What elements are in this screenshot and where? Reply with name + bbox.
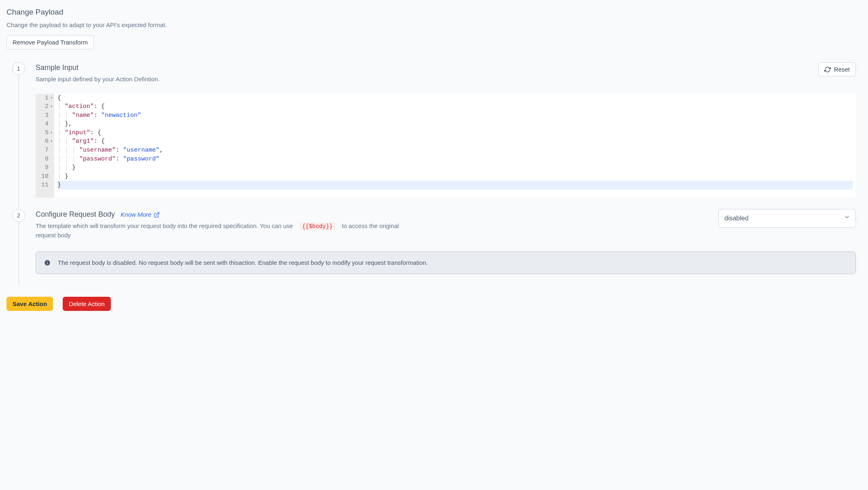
remove-payload-transform-button[interactable]: Remove Payload Transform [6, 35, 94, 49]
sample-input-editor[interactable]: 1▾ 2▾ 3▾ 4▾ 5▾ 6▾ 7▾ 8▾ 9▾ 10▾ 11▾ { │ "… [36, 94, 856, 198]
svg-rect-2 [47, 262, 47, 264]
change-payload-section: Change Payload Change the payload to ada… [6, 6, 856, 49]
footer-actions: Save Action Delete Action [6, 297, 856, 311]
step-number-badge: 2 [12, 209, 25, 222]
svg-line-0 [156, 213, 159, 215]
configure-body-title: Configure Request Body [36, 210, 115, 218]
know-more-label: Know More [121, 210, 151, 220]
svg-rect-3 [47, 261, 47, 262]
info-icon [44, 260, 51, 266]
save-action-button[interactable]: Save Action [6, 297, 53, 311]
step-configure-request-body: 2 Configure Request Body Know More The t… [6, 209, 856, 285]
step-connector-line [19, 222, 19, 285]
configure-body-subtitle: The template which will transform your r… [36, 222, 400, 240]
editor-gutter: 1▾ 2▾ 3▾ 4▾ 5▾ 6▾ 7▾ 8▾ 9▾ 10▾ 11▾ [36, 94, 54, 198]
refresh-icon [824, 66, 831, 73]
editor-code[interactable]: { │ "action": { │ │ "name": "newaction" … [54, 94, 856, 198]
know-more-link[interactable]: Know More [121, 210, 160, 220]
external-link-icon [154, 212, 160, 218]
request-body-mode-select[interactable]: disabled [718, 209, 856, 228]
page-title: Change Payload [6, 6, 856, 18]
sample-input-title: Sample Input [36, 62, 818, 73]
request-body-disabled-notice: The request body is disabled. No request… [36, 251, 856, 275]
sample-input-subtitle: Sample input defined by your Action Defi… [36, 75, 400, 84]
reset-button-label: Reset [834, 66, 850, 73]
reset-button[interactable]: Reset [818, 62, 856, 76]
step-sample-input: 1 Sample Input Sample input defined by y… [6, 62, 856, 209]
delete-action-button[interactable]: Delete Action [63, 297, 110, 311]
step-connector-line [19, 75, 19, 209]
page-subtitle: Change the payload to adapt to your API'… [6, 21, 856, 30]
step-number-badge: 1 [12, 62, 25, 75]
notice-text: The request body is disabled. No request… [58, 258, 428, 268]
body-variable-code: {{$body}} [300, 222, 335, 230]
